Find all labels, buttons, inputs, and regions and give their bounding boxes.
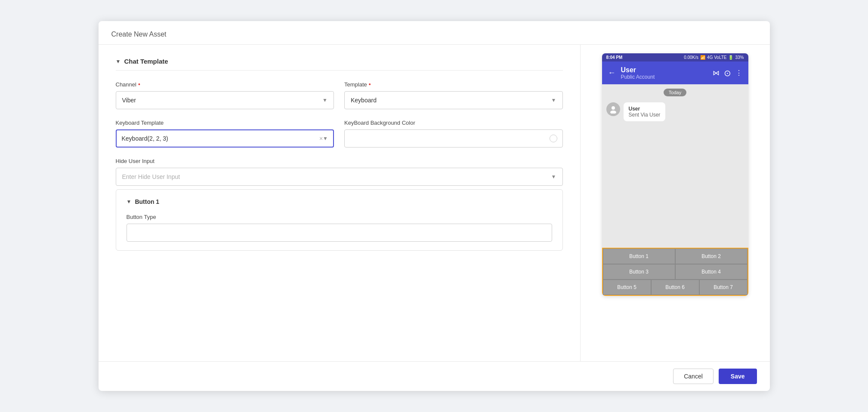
color-circle-icon bbox=[550, 135, 557, 142]
hide-user-input-select[interactable]: Enter Hide User Input ▼ bbox=[116, 168, 563, 186]
hide-user-input-label: Hide User Input bbox=[116, 158, 563, 164]
bg-color-input[interactable] bbox=[344, 129, 563, 148]
phone-chat-area: Today User Sent Via User bbox=[602, 84, 748, 248]
section-title: Chat Template bbox=[124, 58, 168, 65]
channel-required: • bbox=[138, 81, 140, 88]
button-3[interactable]: Button 3 bbox=[603, 264, 675, 280]
app-bar-name: User bbox=[621, 66, 707, 74]
svg-point-0 bbox=[612, 106, 615, 110]
button-4-label: Button 4 bbox=[701, 269, 721, 275]
hide-user-input-placeholder: Enter Hide User Input bbox=[122, 173, 180, 180]
channel-arrow-icon: ▼ bbox=[322, 97, 327, 103]
button-row-2: Button 3 Button 4 bbox=[603, 264, 748, 280]
button-2-label: Button 2 bbox=[701, 253, 721, 259]
channel-select[interactable]: Viber ▼ bbox=[116, 91, 334, 109]
back-arrow-icon[interactable]: ← bbox=[608, 68, 616, 77]
button-1-label: Button 1 bbox=[135, 198, 159, 205]
svg-point-1 bbox=[610, 111, 616, 114]
left-panel: ▼ Chat Template Channel • Viber ▼ bbox=[99, 45, 581, 361]
template-select[interactable]: Keyboard ▼ bbox=[344, 91, 563, 109]
button-1-chevron-icon: ▼ bbox=[127, 199, 132, 205]
keyboard-template-select[interactable]: Keyboard(2, 2, 3) × ▼ bbox=[116, 129, 334, 148]
status-icons: 0.00K/s 📶 4G VoLTE 🔋 33% bbox=[684, 55, 744, 60]
phone-app-bar: ← User Public Account ⋈ ⊙ ⋮ bbox=[602, 61, 748, 84]
keyboard-template-group: Keyboard Template Keyboard(2, 2, 3) × ▼ bbox=[116, 120, 334, 148]
keyboard-buttons: Button 1 Button 2 Button 3 Button 4 bbox=[602, 248, 748, 296]
message-username: User bbox=[629, 106, 661, 112]
modal-footer: Cancel Save bbox=[99, 361, 770, 391]
today-badge: Today bbox=[664, 89, 686, 96]
channel-template-row: Channel • Viber ▼ Template • Keyboard bbox=[116, 81, 563, 109]
chat-message: User Sent Via User bbox=[606, 102, 744, 121]
keyboard-template-label: Keyboard Template bbox=[116, 120, 334, 126]
modal-body: ▼ Chat Template Channel • Viber ▼ bbox=[99, 45, 770, 361]
button-1[interactable]: Button 1 bbox=[603, 249, 675, 264]
save-button[interactable]: Save bbox=[719, 369, 757, 384]
button-7[interactable]: Button 7 bbox=[699, 280, 748, 295]
phone-status-bar: 8:04 PM 0.00K/s 📶 4G VoLTE 🔋 33% bbox=[602, 53, 748, 61]
template-arrow-icon: ▼ bbox=[551, 97, 556, 103]
button-2[interactable]: Button 2 bbox=[675, 249, 748, 264]
button-type-group: Button Type bbox=[127, 214, 552, 242]
more-icon[interactable]: ⋮ bbox=[735, 69, 742, 77]
battery-icon: 🔋 bbox=[728, 55, 733, 60]
button-1-label: Button 1 bbox=[629, 253, 649, 259]
avatar bbox=[606, 102, 620, 116]
button-type-input[interactable] bbox=[127, 224, 552, 242]
template-required: • bbox=[369, 81, 371, 88]
app-bar-icons: ⋈ ⊙ ⋮ bbox=[713, 68, 742, 78]
modal-title: Create New Asset bbox=[99, 21, 770, 45]
battery-level: 33% bbox=[735, 55, 744, 60]
cancel-button[interactable]: Cancel bbox=[673, 369, 714, 384]
record-icon[interactable]: ⊙ bbox=[724, 68, 731, 78]
template-group: Template • Keyboard ▼ bbox=[344, 81, 563, 109]
button-1-header: ▼ Button 1 bbox=[127, 198, 552, 205]
channel-label: Channel • bbox=[116, 81, 334, 88]
button-row-1: Button 1 Button 2 bbox=[603, 249, 748, 264]
button-3-label: Button 3 bbox=[629, 269, 649, 275]
phone-preview: 8:04 PM 0.00K/s 📶 4G VoLTE 🔋 33% ← User … bbox=[602, 53, 748, 296]
button-5-label: Button 5 bbox=[617, 284, 636, 290]
template-label: Template • bbox=[344, 81, 563, 88]
signal-status: 4G VoLTE bbox=[707, 55, 726, 60]
share-icon[interactable]: ⋈ bbox=[713, 69, 720, 77]
keyboard-template-value-wrapper: Keyboard(2, 2, 3) bbox=[122, 135, 319, 142]
status-time: 8:04 PM bbox=[606, 55, 623, 60]
template-value: Keyboard bbox=[351, 97, 377, 104]
right-panel: 8:04 PM 0.00K/s 📶 4G VoLTE 🔋 33% ← User … bbox=[581, 45, 770, 361]
message-text: Sent Via User bbox=[629, 112, 661, 118]
button-5[interactable]: Button 5 bbox=[603, 280, 651, 295]
channel-value: Viber bbox=[122, 97, 136, 104]
button-6-label: Button 6 bbox=[665, 284, 685, 290]
bg-color-label: KeyBoard Background Color bbox=[344, 120, 563, 126]
modal-title-text: Create New Asset bbox=[111, 31, 167, 38]
app-bar-subtitle: Public Account bbox=[621, 74, 707, 80]
hide-user-input-arrow-icon: ▼ bbox=[551, 174, 556, 180]
button-1-section: ▼ Button 1 Button Type bbox=[116, 189, 563, 251]
keyboard-template-arrow-icon: ▼ bbox=[323, 135, 328, 141]
button-row-3: Button 5 Button 6 Button 7 bbox=[603, 280, 748, 295]
keyboard-template-value: Keyboard(2, 2, 3) bbox=[122, 135, 168, 142]
bg-color-group: KeyBoard Background Color bbox=[344, 120, 563, 148]
wifi-icon: 📶 bbox=[700, 55, 705, 60]
button-type-label: Button Type bbox=[127, 214, 552, 220]
button-7-label: Button 7 bbox=[714, 284, 733, 290]
keyboard-row: Keyboard Template Keyboard(2, 2, 3) × ▼ … bbox=[116, 120, 563, 148]
modal-container: Create New Asset ▼ Chat Template Channel… bbox=[99, 21, 770, 391]
hide-user-input-group: Hide User Input Enter Hide User Input ▼ bbox=[116, 158, 563, 186]
network-status: 0.00K/s bbox=[684, 55, 698, 60]
keyboard-template-clear-icon[interactable]: × bbox=[319, 135, 323, 142]
chevron-down-icon: ▼ bbox=[116, 58, 121, 65]
button-4[interactable]: Button 4 bbox=[675, 264, 748, 280]
channel-group: Channel • Viber ▼ bbox=[116, 81, 334, 109]
button-6[interactable]: Button 6 bbox=[651, 280, 699, 295]
app-bar-title-group: User Public Account bbox=[621, 66, 707, 80]
section-header: ▼ Chat Template bbox=[116, 58, 563, 71]
message-bubble: User Sent Via User bbox=[624, 102, 666, 121]
